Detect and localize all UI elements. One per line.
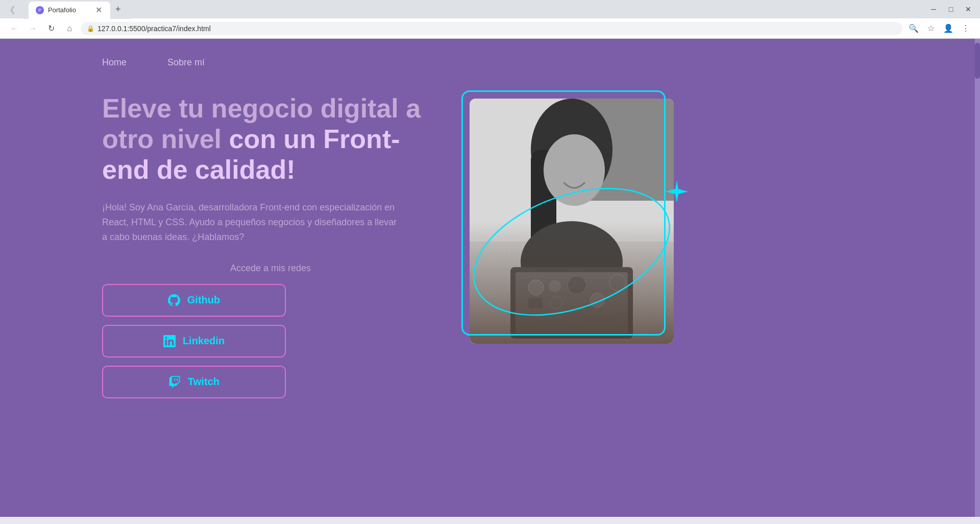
- profile-icon[interactable]: 👤: [941, 21, 955, 36]
- home-button[interactable]: ⌂: [62, 21, 77, 36]
- active-tab[interactable]: P Portafolio ✕: [29, 2, 110, 19]
- tab-back-arrow[interactable]: ❮: [5, 2, 19, 16]
- lock-icon: 🔒: [87, 25, 94, 32]
- tab-close-button[interactable]: ✕: [94, 6, 103, 15]
- reload-button[interactable]: ↻: [44, 21, 58, 36]
- forward-button[interactable]: →: [26, 21, 40, 36]
- hero-description: ¡Hola! Soy Ana García, desarrolladora Fr…: [102, 200, 398, 244]
- portrait-image: [470, 99, 674, 344]
- social-label: Accede a mis redes: [102, 263, 439, 274]
- close-button[interactable]: ✕: [962, 3, 975, 16]
- nav-about[interactable]: Sobre mí: [167, 57, 205, 68]
- site-nav: Home Sobre mí: [0, 39, 980, 78]
- scrollbar-thumb[interactable]: [975, 43, 980, 79]
- zoom-icon[interactable]: 🔍: [906, 21, 921, 36]
- social-buttons: Github Linkedin: [102, 284, 286, 398]
- linkedin-icon: [163, 335, 176, 347]
- portrait-frame: [470, 99, 674, 344]
- bookmark-icon[interactable]: ☆: [924, 21, 938, 36]
- minimize-button[interactable]: ─: [927, 3, 940, 16]
- nav-home[interactable]: Home: [102, 57, 127, 68]
- browser-titlebar: ❮ P Portafolio ✕ + ─ □ ✕: [0, 0, 980, 18]
- address-actions: 🔍 ☆ 👤 ⋮: [906, 21, 973, 36]
- address-bar-row: ← → ↻ ⌂ 🔒 127.0.0.1:5500/practica7/index…: [0, 18, 980, 39]
- right-column: [470, 99, 684, 344]
- address-bar[interactable]: 🔒 127.0.0.1:5500/practica7/index.html: [81, 22, 902, 35]
- github-icon: [168, 294, 180, 306]
- menu-icon[interactable]: ⋮: [959, 21, 973, 36]
- linkedin-button[interactable]: Linkedin: [102, 325, 286, 358]
- main-content: Eleve tu negocio digital a otro nivel co…: [0, 78, 980, 429]
- window-controls: ─ □ ✕: [927, 3, 975, 16]
- left-column: Eleve tu negocio digital a otro nivel co…: [102, 93, 439, 398]
- linkedin-label: Linkedin: [183, 335, 225, 347]
- laptop-overlay: [470, 221, 674, 344]
- tab-bar: P Portafolio ✕ +: [23, 0, 131, 19]
- page-content: Home Sobre mí Eleve tu negocio digital a…: [0, 39, 980, 517]
- browser-chrome: ❮ P Portafolio ✕ + ─ □ ✕ ← → ↻ ⌂ 🔒 127.0…: [0, 0, 980, 39]
- tab-title: Portafolio: [48, 6, 90, 14]
- twitch-button[interactable]: Twitch: [102, 366, 286, 398]
- twitch-label: Twitch: [188, 376, 219, 388]
- tab-favicon: P: [36, 6, 44, 14]
- github-button[interactable]: Github: [102, 284, 286, 317]
- new-tab-button[interactable]: +: [110, 0, 126, 19]
- twitch-icon: [168, 376, 181, 388]
- maximize-button[interactable]: □: [944, 3, 958, 16]
- hero-heading: Eleve tu negocio digital a otro nivel co…: [102, 93, 439, 185]
- svg-point-5: [544, 134, 605, 206]
- github-label: Github: [187, 294, 220, 306]
- scrollbar-track[interactable]: [975, 39, 980, 517]
- back-button[interactable]: ←: [7, 21, 21, 36]
- url-display: 127.0.0.1:5500/practica7/index.html: [97, 25, 896, 33]
